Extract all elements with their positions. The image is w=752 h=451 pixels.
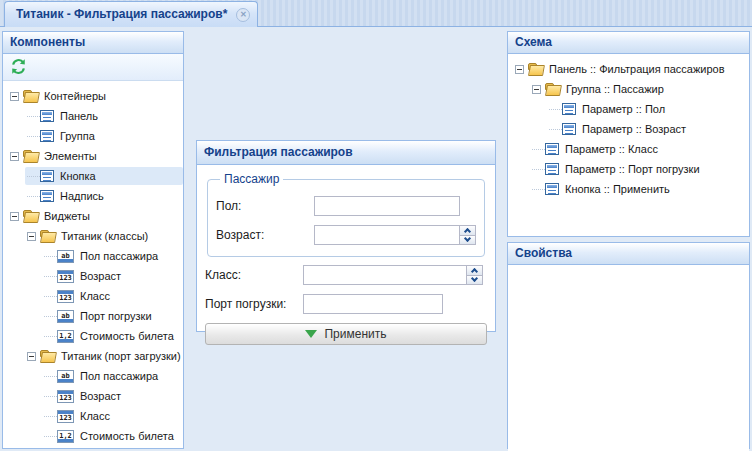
schema-tree: Панель :: Фильтрация пассажиров Группа :… <box>508 54 749 199</box>
refresh-icon <box>10 58 27 75</box>
properties-body <box>508 265 749 451</box>
folder-icon <box>23 90 38 102</box>
tree-item-titanic-classes[interactable]: Титаник (классы) <box>3 226 183 246</box>
collapse-icon[interactable] <box>532 85 541 94</box>
tree-item-label: Пол пассажира <box>80 250 158 262</box>
tree-connector <box>532 189 545 190</box>
collapse-icon[interactable] <box>27 352 36 361</box>
tree-item-label: Порт погрузки <box>80 310 152 322</box>
tree-connector <box>27 196 40 197</box>
component-icon <box>562 103 576 115</box>
tree-item-label: Элементы <box>44 150 97 162</box>
tree-item-label-el[interactable]: Надпись <box>3 186 183 206</box>
tab-bar: Титаник - Фильтрация пассажиров* ✕ <box>0 0 752 27</box>
properties-panel: Свойства <box>507 242 750 449</box>
collapse-icon[interactable] <box>10 92 19 101</box>
chevron-down-icon <box>471 274 478 281</box>
tree-item-widgets[interactable]: Виджеты <box>3 206 183 226</box>
tree-item-panel[interactable]: Панель <box>3 106 183 126</box>
form-preview-panel: Фильтрация пассажиров Пассажир Пол: Возр… <box>196 140 496 332</box>
tree-connector <box>44 256 57 257</box>
collapse-icon[interactable] <box>10 152 19 161</box>
schema-item-port[interactable]: Параметр :: Порт погрузки <box>508 159 749 179</box>
number-field-icon: 123 <box>57 290 74 303</box>
age-input[interactable] <box>314 225 459 245</box>
port-input[interactable] <box>303 294 443 314</box>
tree-connector <box>44 396 57 397</box>
tree-connector <box>44 276 57 277</box>
schema-item-age[interactable]: Параметр :: Возраст <box>508 119 749 139</box>
tree-connector <box>44 316 57 317</box>
schema-item-button[interactable]: Кнопка :: Применить <box>508 179 749 199</box>
age-spinner <box>459 225 476 245</box>
decimal-field-icon: 1,2 <box>57 430 74 443</box>
tree-connector <box>27 176 40 177</box>
schema-item-gender[interactable]: Параметр :: Пол <box>508 99 749 119</box>
tree-item-label: Группа :: Пассажир <box>566 83 664 95</box>
tree-connector <box>44 416 57 417</box>
text-field-icon: ab <box>57 310 74 323</box>
chevron-down-icon <box>464 234 471 241</box>
apply-button[interactable]: Применить <box>205 323 487 345</box>
collapse-icon[interactable] <box>515 65 524 74</box>
tree-item-label: Возраст <box>80 270 121 282</box>
tree-item-label: Параметр :: Возраст <box>582 123 686 135</box>
tree-connector <box>532 169 545 170</box>
component-icon <box>545 143 559 155</box>
tree-item-label: Пол пассажира <box>80 370 158 382</box>
tab-titanic-filter[interactable]: Титаник - Фильтрация пассажиров* ✕ <box>4 1 258 27</box>
tree-item-titanic-port[interactable]: Титаник (порт загрузки) <box>3 346 183 366</box>
components-panel: Компоненты Контейнеры Панель Группа Элем… <box>2 31 184 449</box>
schema-item-panel[interactable]: Панель :: Фильтрация пассажиров <box>508 59 749 79</box>
gender-input[interactable] <box>314 196 460 216</box>
tree-item-label: Возраст <box>80 390 121 402</box>
tree-item-elements[interactable]: Элементы <box>3 146 183 166</box>
tree-item-fare[interactable]: 1,2Стоимость билета <box>3 326 183 346</box>
tree-item-label: Контейнеры <box>44 90 106 102</box>
components-toolbar <box>3 54 183 81</box>
components-tree: Контейнеры Панель Группа Элементы Кнопка… <box>3 81 183 446</box>
tree-item-button[interactable]: Кнопка <box>3 166 183 186</box>
text-field-icon: ab <box>57 250 74 263</box>
tree-item-gender2[interactable]: abПол пассажира <box>3 366 183 386</box>
port-field-label: Порт погрузки: <box>205 297 303 311</box>
tab-title: Титаник - Фильтрация пассажиров* <box>16 7 227 21</box>
class-input[interactable] <box>303 265 466 285</box>
tree-connector <box>549 129 562 130</box>
tree-item-age[interactable]: 123Возраст <box>3 266 183 286</box>
class-field-label: Класс: <box>205 268 303 282</box>
tree-connector <box>27 116 40 117</box>
collapse-icon[interactable] <box>27 232 36 241</box>
component-icon <box>40 110 54 122</box>
tree-connector <box>44 376 57 377</box>
tree-item-label: Параметр :: Пол <box>582 103 665 115</box>
tree-item-class[interactable]: 123Класс <box>3 286 183 306</box>
tab-close-icon[interactable]: ✕ <box>236 8 250 22</box>
tree-connector <box>44 436 57 437</box>
tree-item-containers[interactable]: Контейнеры <box>3 86 183 106</box>
folder-icon <box>545 83 560 95</box>
tree-connector <box>27 136 40 137</box>
tree-item-label: Виджеты <box>44 210 90 222</box>
spin-up-button[interactable] <box>466 265 483 276</box>
component-icon <box>545 183 559 195</box>
spin-down-button[interactable] <box>466 276 483 286</box>
folder-icon <box>40 230 55 242</box>
schema-item-group[interactable]: Группа :: Пассажир <box>508 79 749 99</box>
tree-item-group[interactable]: Группа <box>3 126 183 146</box>
spin-up-button[interactable] <box>459 225 476 236</box>
schema-item-class[interactable]: Параметр :: Класс <box>508 139 749 159</box>
tree-item-age2[interactable]: 123Возраст <box>3 386 183 406</box>
tree-connector <box>44 336 57 337</box>
tree-connector <box>44 296 57 297</box>
tree-item-gender[interactable]: abПол пассажира <box>3 246 183 266</box>
tree-item-label: Стоимость билета <box>80 430 174 442</box>
spin-down-button[interactable] <box>459 236 476 246</box>
form-panel-header: Фильтрация пассажиров <box>197 141 495 165</box>
tree-item-port[interactable]: abПорт погрузки <box>3 306 183 326</box>
collapse-icon[interactable] <box>10 212 19 221</box>
tree-item-label: Надпись <box>60 190 104 202</box>
tree-item-fare2[interactable]: 1,2Стоимость билета <box>3 426 183 446</box>
refresh-button[interactable] <box>9 58 27 76</box>
tree-item-class2[interactable]: 123Класс <box>3 406 183 426</box>
